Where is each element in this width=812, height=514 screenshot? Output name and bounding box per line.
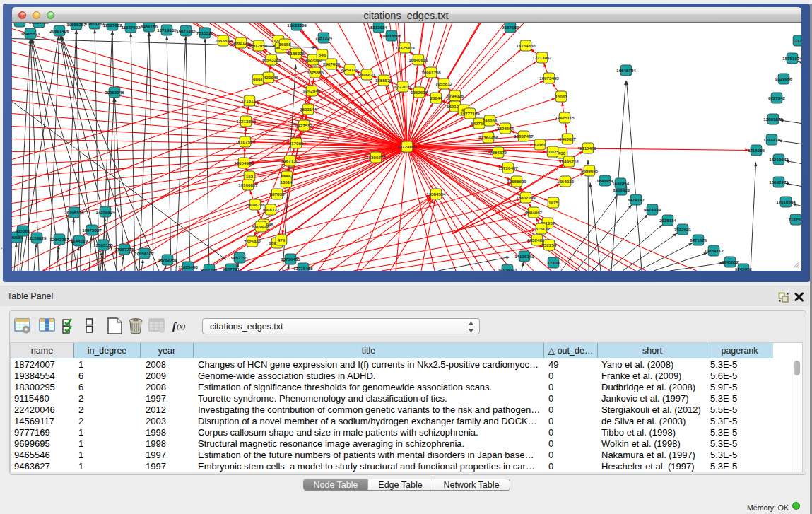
svg-text:20053346: 20053346 (105, 89, 124, 94)
svg-text:7663822: 7663822 (215, 37, 233, 42)
svg-text:12093872: 12093872 (763, 116, 783, 121)
svg-text:10973493: 10973493 (539, 75, 559, 80)
svg-text:1144519: 1144519 (71, 238, 88, 243)
svg-text:11923468: 11923468 (178, 264, 198, 269)
svg-text:12213369: 12213369 (236, 118, 256, 123)
svg-text:13325419: 13325419 (395, 45, 415, 49)
svg-text:8215955: 8215955 (748, 147, 765, 152)
svg-text:9463627: 9463627 (559, 136, 577, 141)
svg-text:18640910: 18640910 (408, 57, 428, 62)
svg-text:16543382: 16543382 (261, 57, 281, 62)
svg-text:12213967: 12213967 (532, 54, 552, 59)
svg-text:11156829: 11156829 (28, 235, 47, 240)
svg-text:10975857: 10975857 (82, 227, 102, 232)
svg-text:(x): (x) (177, 322, 186, 331)
svg-text:15300273: 15300273 (366, 154, 386, 159)
svg-text:16671385: 16671385 (176, 28, 196, 33)
svg-text:16154838: 16154838 (516, 42, 536, 47)
svg-text:16648784: 16648784 (616, 67, 636, 72)
svg-text:9660124: 9660124 (233, 40, 250, 45)
svg-text:7515526: 7515526 (196, 30, 214, 35)
svg-text:9657791: 9657791 (201, 267, 218, 271)
svg-text:20206576: 20206576 (64, 209, 84, 214)
svg-text:9242848: 9242848 (303, 88, 321, 93)
svg-text:19166827: 19166827 (238, 182, 258, 187)
svg-text:12505135: 12505135 (93, 242, 113, 247)
svg-text:9891: 9891 (253, 76, 263, 81)
svg-text:18807249: 18807249 (516, 194, 536, 199)
svg-text:9245652: 9245652 (722, 259, 739, 264)
svg-text:8454749: 8454749 (341, 66, 359, 71)
svg-text:1640954: 1640954 (596, 177, 614, 182)
svg-text:1498222: 1498222 (262, 206, 280, 211)
svg-text:20044: 20044 (430, 95, 442, 100)
svg-text:19218506: 19218506 (382, 33, 401, 37)
svg-text:6794028: 6794028 (447, 93, 464, 98)
svg-text:19384554: 19384554 (426, 191, 446, 196)
svg-text:1718113: 1718113 (241, 98, 258, 103)
svg-text:9329966: 9329966 (775, 76, 793, 81)
svg-text:2803144: 2803144 (300, 106, 317, 111)
svg-text:9699695: 9699695 (581, 168, 599, 173)
svg-text:7386372: 7386372 (490, 149, 507, 154)
svg-text:14136141: 14136141 (498, 267, 517, 271)
svg-text:252254: 252254 (542, 242, 557, 247)
svg-text:9084067: 9084067 (525, 209, 543, 214)
svg-text:746266: 746266 (483, 117, 498, 122)
svg-text:17334: 17334 (547, 259, 560, 264)
svg-text:19654983: 19654983 (234, 160, 254, 165)
svg-text:16782759: 16782759 (158, 257, 177, 262)
svg-text:62160: 62160 (534, 141, 546, 146)
svg-text:17010504: 17010504 (776, 199, 796, 204)
svg-text:6466160: 6466160 (141, 23, 158, 28)
svg-text:3824554: 3824554 (497, 125, 514, 130)
svg-text:16210643: 16210643 (769, 156, 789, 161)
svg-text:8813054: 8813054 (370, 24, 388, 29)
svg-text:7357224: 7357224 (315, 35, 333, 40)
svg-text:7632621: 7632621 (674, 226, 692, 231)
svg-text:16495718: 16495718 (559, 158, 579, 163)
svg-text:11527602: 11527602 (121, 24, 141, 29)
svg-text:1654923: 1654923 (557, 178, 575, 183)
svg-text:10688609: 10688609 (507, 178, 526, 183)
svg-text:9245652: 9245652 (735, 266, 753, 271)
svg-text:435061: 435061 (16, 228, 30, 233)
svg-text:1640954: 1640954 (612, 180, 630, 185)
svg-text:12942757: 12942757 (49, 236, 69, 241)
svg-text:9474444: 9474444 (644, 206, 661, 211)
svg-text:18405571: 18405571 (20, 30, 40, 35)
svg-text:21364456: 21364456 (478, 134, 498, 139)
svg-text:18514: 18514 (280, 179, 293, 184)
svg-text:546: 546 (319, 52, 326, 57)
svg-text:18724007: 18724007 (397, 144, 417, 148)
svg-text:10958107: 10958107 (134, 250, 154, 255)
svg-text:16033809: 16033809 (287, 23, 307, 28)
svg-text:438: 438 (558, 150, 566, 155)
svg-text:20691406: 20691406 (29, 23, 49, 25)
svg-text:417005: 417005 (289, 140, 304, 145)
svg-text:887833: 887833 (270, 191, 285, 196)
svg-text:2967608: 2967608 (323, 61, 341, 66)
svg-text:9115460: 9115460 (579, 145, 596, 150)
svg-text:13716485: 13716485 (281, 256, 300, 261)
svg-text:9657791: 9657791 (231, 255, 249, 259)
svg-text:17957275: 17957275 (114, 246, 134, 251)
svg-text:20691406: 20691406 (49, 28, 69, 33)
svg-text:19777169: 19777169 (460, 110, 480, 115)
svg-text:11527602: 11527602 (102, 23, 122, 28)
svg-text:7955812: 7955812 (435, 81, 453, 86)
svg-text:2087682: 2087682 (502, 24, 519, 29)
svg-text:6479197: 6479197 (628, 197, 645, 201)
svg-text:10853257: 10853257 (85, 23, 105, 26)
svg-text:1975: 1975 (548, 199, 558, 204)
svg-text:8427552: 8427552 (295, 122, 313, 127)
svg-text:15692971: 15692971 (769, 179, 789, 184)
svg-text:14136141: 14136141 (514, 253, 534, 258)
svg-text:10025: 10025 (546, 148, 559, 153)
svg-text:6409948: 6409948 (252, 223, 270, 228)
svg-text:479: 479 (278, 237, 286, 242)
svg-text:8267130: 8267130 (281, 158, 299, 163)
svg-text:1244419: 1244419 (763, 136, 781, 141)
svg-text:10654112: 10654112 (704, 247, 724, 252)
svg-text:11123: 11123 (793, 37, 801, 42)
